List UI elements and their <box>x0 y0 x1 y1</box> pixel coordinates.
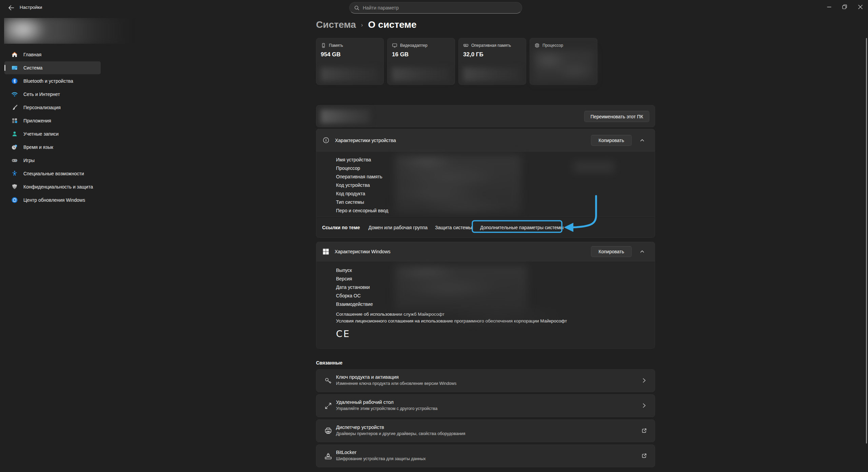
close-icon <box>858 5 863 9</box>
collapse-device-specs-button[interactable] <box>637 135 647 145</box>
related-item-subtitle: Изменение ключа продукта или обновление … <box>336 381 456 386</box>
breadcrumb-system[interactable]: Система <box>316 19 356 30</box>
gpu-card[interactable]: Видеоадаптер 16 GB <box>387 38 455 85</box>
sidebar-item-system[interactable]: Система <box>4 61 101 74</box>
sidebar: Главная Система Bluetooth и устройства С… <box>0 15 105 472</box>
sidebar-item-time-language[interactable]: Время и язык <box>4 141 101 154</box>
related-section-title: Связанные <box>316 360 342 366</box>
personalization-icon <box>11 104 18 111</box>
minimize-button[interactable] <box>821 0 837 14</box>
cpu-card-label: Процессор <box>542 43 563 48</box>
sidebar-item-accessibility[interactable]: Специальные возможности <box>4 167 101 180</box>
sidebar-item-label: Приложения <box>23 118 51 123</box>
home-icon <box>11 51 18 58</box>
sidebar-item-gaming[interactable]: Игры <box>4 154 101 167</box>
sidebar-item-label: Специальные возможности <box>23 171 84 176</box>
device-specs-header[interactable]: Характеристики устройства Копировать <box>316 129 655 152</box>
minimize-icon <box>827 5 831 9</box>
back-arrow-icon <box>8 5 14 11</box>
bluetooth-icon <box>11 78 18 84</box>
related-item-title: Ключ продукта и активация <box>336 374 456 380</box>
related-links-row: Ссылки по теме Домен или рабочая группа … <box>316 217 655 238</box>
related-item-device-manager[interactable]: Диспетчер устройств Драйверы принтеров и… <box>316 419 655 442</box>
ram-icon <box>463 43 469 48</box>
search-icon <box>354 5 359 11</box>
chevron-up-icon <box>640 138 645 143</box>
storage-icon <box>321 43 326 48</box>
related-item-subtitle: Драйверы принтеров и другие драйверы, св… <box>336 431 465 436</box>
sidebar-item-bluetooth[interactable]: Bluetooth и устройства <box>4 75 101 87</box>
device-manager-icon <box>324 427 333 435</box>
copy-device-specs-button[interactable]: Копировать <box>591 135 632 146</box>
sidebar-item-label: Конфиденциальность и защита <box>23 184 93 190</box>
sidebar-item-privacy[interactable]: Конфиденциальность и защита <box>4 180 101 193</box>
related-item-title: Диспетчер устройств <box>336 425 465 430</box>
external-link-icon <box>641 428 648 434</box>
collapse-windows-specs-button[interactable] <box>637 247 647 257</box>
sidebar-item-home[interactable]: Главная <box>4 48 101 61</box>
main-content: Система › О системе Память 954 GB Видеоа… <box>316 15 655 472</box>
app-title: Настройки <box>20 5 42 10</box>
link-system-protection[interactable]: Защита системы <box>435 225 472 230</box>
selected-indicator <box>4 65 5 71</box>
sidebar-item-label: Центр обновления Windows <box>23 197 85 203</box>
gpu-card-value: 16 GB <box>392 51 409 58</box>
cpu-card[interactable]: Процессор <box>530 38 597 85</box>
rename-pc-button[interactable]: Переименовать этот ПК <box>584 111 649 122</box>
info-icon <box>323 137 329 143</box>
sidebar-item-label: Время и язык <box>23 144 53 150</box>
gaming-icon <box>11 157 18 164</box>
chevron-right-icon <box>641 402 648 409</box>
sidebar-item-accounts[interactable]: Учетные записи <box>4 127 101 140</box>
product-key-icon <box>324 376 333 385</box>
external-link-icon <box>641 453 648 459</box>
sidebar-item-label: Система <box>23 65 42 71</box>
window-controls <box>821 0 868 14</box>
link-advanced-system-settings[interactable]: Дополнительные параметры системы <box>476 222 567 233</box>
related-item-remote-desktop[interactable]: Удаленный рабочий стол Управляйте этим у… <box>316 394 655 417</box>
remote-desktop-icon <box>324 401 333 410</box>
windows-logo-icon <box>323 249 329 255</box>
page-title: О системе <box>368 19 417 30</box>
search-input[interactable] <box>363 5 517 11</box>
sidebar-item-windows-update[interactable]: Центр обновления Windows <box>4 194 101 206</box>
ram-card-value: 32,0 ГБ <box>463 51 484 58</box>
sidebar-item-label: Игры <box>23 158 35 163</box>
link-domain-or-workgroup[interactable]: Домен или рабочая группа <box>369 225 428 230</box>
windows-specs-body: Выпуск Версия Дата установки Сборка ОС В… <box>316 261 655 349</box>
device-specs-body: Имя устройства Процессор Оперативная пам… <box>316 152 655 217</box>
breadcrumb-separator-icon: › <box>361 22 363 28</box>
windows-specs-header[interactable]: Характеристики Windows Копировать <box>316 242 655 261</box>
system-icon <box>11 64 18 71</box>
vertical-scrollbar[interactable] <box>866 38 867 444</box>
sidebar-item-personalization[interactable]: Персонализация <box>4 101 101 114</box>
search-box[interactable] <box>349 2 522 14</box>
ram-card-label: Оперативная память <box>471 43 511 48</box>
privacy-icon <box>11 183 18 190</box>
device-name-redacted <box>321 110 370 123</box>
restore-button[interactable] <box>837 0 852 14</box>
profile-blur <box>4 18 160 44</box>
copy-windows-specs-button[interactable]: Копировать <box>591 246 632 257</box>
related-item-bitlocker[interactable]: BitLocker Шифрование устройства для защи… <box>316 445 655 467</box>
user-profile-redacted[interactable] <box>4 18 160 44</box>
sidebar-item-apps[interactable]: Приложения <box>4 114 101 127</box>
sidebar-item-label: Персонализация <box>23 105 61 110</box>
storage-card[interactable]: Память 954 GB <box>316 38 384 85</box>
sidebar-item-network[interactable]: Сеть и Интернет <box>4 88 101 101</box>
network-icon <box>11 91 18 98</box>
back-button[interactable] <box>5 3 17 13</box>
bitlocker-icon <box>324 452 333 460</box>
related-item-product-key[interactable]: Ключ продукта и активация Изменение ключ… <box>316 369 655 392</box>
chevron-up-icon <box>640 249 645 254</box>
ram-card[interactable]: Оперативная память 32,0 ГБ <box>458 38 526 85</box>
titlebar: Настройки <box>0 0 868 15</box>
close-button[interactable] <box>852 0 868 14</box>
accessibility-icon <box>11 170 18 177</box>
sidebar-item-label: Главная <box>23 52 41 57</box>
device-specs-values-redacted <box>395 155 521 213</box>
device-name-card: Переименовать этот ПК <box>316 105 655 127</box>
related-links-label: Ссылки по теме <box>322 225 360 230</box>
storage-card-redacted <box>321 67 378 81</box>
restore-icon <box>842 4 847 9</box>
